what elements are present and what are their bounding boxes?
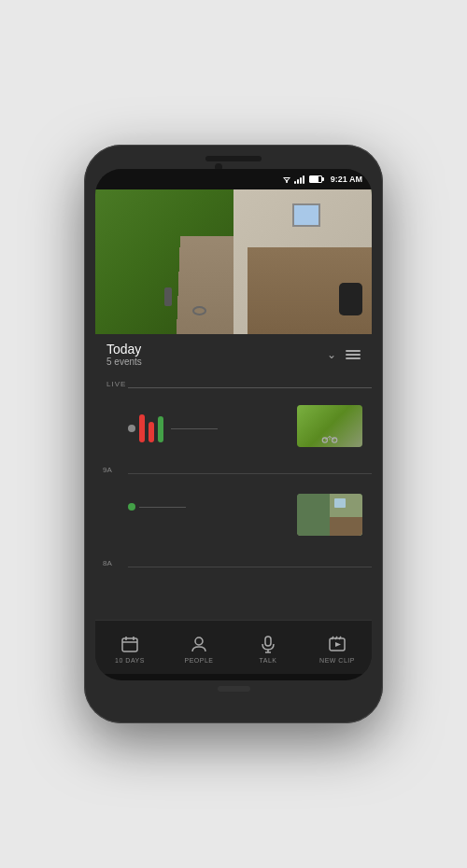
list-view-icon[interactable] — [346, 350, 361, 359]
event-dot-gray — [128, 425, 135, 432]
tab-people-label: PEOPLE — [184, 657, 213, 664]
today-title: Today — [106, 342, 142, 357]
chevron-down-icon[interactable]: ⌄ — [327, 348, 336, 361]
live-line — [128, 387, 372, 388]
bottom-tabs: 10 DAYS PEOPLE — [95, 620, 372, 674]
android-nav-bar: ◀ — [95, 674, 372, 680]
camera-view[interactable] — [95, 189, 372, 334]
event-connector-line-1 — [171, 428, 218, 429]
event-bars — [139, 414, 163, 442]
tab-newclip-icon — [327, 634, 347, 654]
tab-10days-icon — [120, 634, 140, 654]
tab-talk-label: TALK — [260, 657, 277, 664]
event-bar-green — [158, 416, 163, 442]
camera-bike — [192, 306, 206, 315]
8a-label: 8A — [103, 559, 112, 567]
event-row-2[interactable] — [128, 503, 372, 511]
event-dot-green — [128, 503, 135, 511]
camera-person-figure — [164, 287, 172, 306]
svg-rect-12 — [122, 638, 137, 651]
camera-window — [292, 203, 320, 227]
tab-10days[interactable]: 10 DAYS — [95, 634, 164, 664]
live-label: LIVE — [106, 380, 126, 388]
9a-line — [128, 473, 372, 474]
today-info: Today 5 events — [106, 342, 142, 367]
timeline[interactable]: LIVE — [95, 372, 372, 620]
svg-rect-11 — [330, 517, 362, 536]
phone-speaker — [205, 156, 262, 161]
svg-point-2 — [286, 181, 288, 183]
today-controls: ⌄ — [327, 348, 361, 361]
tab-people-icon — [189, 634, 209, 654]
phone-frame: 9:21 AM Today 5 events ⌄ — [84, 145, 383, 723]
clip-icon — [328, 635, 347, 653]
today-header: Today 5 events ⌄ — [95, 334, 372, 372]
tab-people[interactable]: PEOPLE — [164, 634, 234, 664]
calendar-icon — [120, 635, 139, 653]
wifi-icon — [282, 175, 291, 184]
event-thumb-image-1 — [297, 405, 362, 447]
signal-icon — [294, 175, 304, 184]
tab-newclip[interactable]: NEW CLIP — [303, 634, 372, 664]
svg-rect-10 — [334, 498, 346, 508]
mic-icon — [259, 635, 277, 653]
tab-newclip-label: NEW CLIP — [319, 657, 355, 664]
svg-marker-21 — [335, 642, 341, 647]
status-time: 9:21 AM — [331, 175, 362, 184]
phone-home-button — [218, 686, 250, 692]
event-thumb-image-2 — [297, 494, 362, 536]
status-bar: 9:21 AM — [95, 169, 372, 189]
person-icon — [190, 635, 208, 653]
tab-talk-icon — [258, 634, 278, 654]
status-icons: 9:21 AM — [282, 175, 362, 184]
event-row-1[interactable] — [128, 414, 372, 442]
8a-line — [128, 567, 372, 567]
event-bar-red-2 — [149, 422, 154, 442]
event-connector-line-2 — [139, 507, 186, 508]
phone-screen: 9:21 AM Today 5 events ⌄ — [95, 169, 372, 680]
svg-rect-17 — [265, 637, 271, 646]
bike-svg-icon — [321, 432, 338, 443]
svg-point-16 — [195, 637, 203, 645]
porch-scene-svg — [297, 494, 362, 536]
tab-talk[interactable]: TALK — [234, 634, 303, 664]
event-thumbnail-1[interactable] — [297, 405, 362, 447]
event-bar-red-1 — [139, 414, 145, 442]
battery-icon — [309, 175, 322, 183]
9a-label: 9A — [103, 466, 112, 474]
camera-hand — [339, 283, 362, 315]
tab-10days-label: 10 DAYS — [115, 657, 145, 664]
today-events-count: 5 events — [106, 357, 142, 367]
event-thumbnail-2[interactable] — [297, 494, 362, 536]
